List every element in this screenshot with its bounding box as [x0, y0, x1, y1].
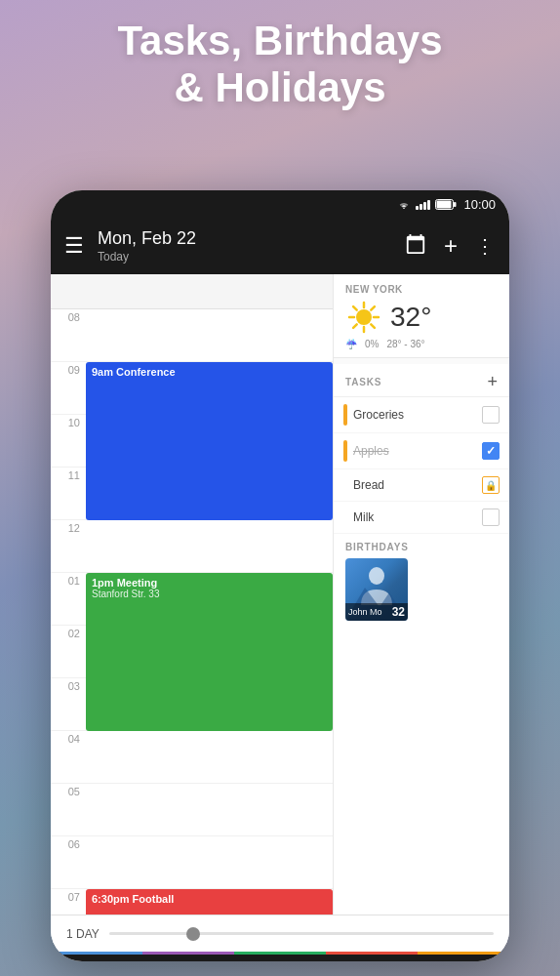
task-checkbox-milk[interactable]: [482, 508, 500, 526]
weather-temp-range: 28° - 36°: [386, 339, 424, 349]
main-content: 08 09 9am Conference 10: [51, 274, 509, 915]
birthdays-title: BIRTHDAYS: [345, 542, 498, 552]
toolbar-actions: + ⋮: [405, 232, 496, 260]
time-row-01: 01 1pm Meeting Stanford Str. 33: [51, 573, 333, 626]
task-name-apples: Apples: [353, 444, 476, 458]
event-conference[interactable]: 9am Conference: [86, 362, 333, 520]
task-name-milk: Milk: [353, 510, 476, 524]
toolbar: ☰ Mon, Feb 22 Today + ⋮: [51, 218, 509, 274]
svg-line-11: [371, 306, 375, 310]
more-options-icon[interactable]: ⋮: [475, 234, 496, 258]
weather-location: NEW YORK: [345, 284, 498, 295]
toolbar-today: Today: [98, 250, 405, 264]
bottom-tab-bar: Work Project Private Sports To-Do: [51, 952, 509, 961]
weather-sun-icon: [345, 299, 382, 336]
task-item-apples[interactable]: Apples ✓: [334, 433, 509, 469]
phone-frame: 10:00 ☰ Mon, Feb 22 Today + ⋮ 08: [51, 190, 509, 961]
weather-temperature: 32°: [390, 302, 431, 333]
tab-project[interactable]: Project: [142, 952, 234, 961]
hero-heading: Tasks, Birthdays & Holidays: [0, 18, 560, 112]
checkmark-icon: ✓: [486, 444, 496, 458]
task-item-groceries[interactable]: Groceries: [334, 397, 509, 433]
time-row-12: 12: [51, 520, 333, 573]
svg-point-4: [356, 309, 372, 325]
time-row-08: 08: [51, 309, 333, 362]
time-row-05: 05: [51, 784, 333, 836]
menu-icon[interactable]: ☰: [64, 233, 84, 259]
conference-title: 9am Conference: [92, 366, 327, 378]
day-label: 1 DAY: [66, 927, 100, 941]
task-checkbox-apples[interactable]: ✓: [482, 442, 500, 460]
right-panel: NEW YORK: [334, 274, 509, 915]
day-selector: 1 DAY: [51, 915, 509, 952]
task-item-bread[interactable]: Bread 🔒: [334, 469, 509, 502]
meeting-subtitle: Stanford Str. 33: [92, 589, 327, 599]
task-item-milk[interactable]: Milk: [334, 502, 509, 534]
calendar-panel: 08 09 9am Conference 10: [51, 274, 334, 915]
calendar-header-empty: [51, 274, 333, 309]
meeting-title: 1pm Meeting: [92, 577, 327, 589]
tab-private[interactable]: Private: [234, 952, 326, 961]
lock-icon: 🔒: [485, 480, 497, 491]
weather-details: ☔ 0% 28° - 36°: [345, 339, 498, 349]
time-row-04: 04: [51, 731, 333, 784]
task-checkbox-bread[interactable]: 🔒: [482, 476, 500, 494]
add-task-button[interactable]: +: [487, 372, 498, 392]
heading-line2: & Holidays: [29, 64, 531, 111]
weather-rain-icon: ☔: [345, 339, 357, 349]
tab-sports[interactable]: Sports: [326, 952, 418, 961]
calendar-icon[interactable]: [405, 233, 426, 260]
signal-icon: [416, 198, 430, 210]
svg-line-9: [353, 306, 357, 310]
day-slider-thumb[interactable]: [186, 927, 200, 941]
toolbar-title-area: Mon, Feb 22 Today: [98, 228, 405, 264]
event-football[interactable]: 6:30pm Football: [86, 889, 333, 915]
task-color-apples: [343, 440, 347, 462]
svg-line-12: [353, 324, 357, 328]
add-event-icon[interactable]: +: [444, 232, 458, 260]
weather-main: 32°: [345, 299, 498, 336]
clock: 10:00: [463, 197, 496, 212]
svg-rect-3: [454, 202, 457, 207]
birthdays-section: BIRTHDAYS: [334, 534, 509, 629]
battery-icon: [435, 199, 457, 210]
weather-rain-percent: 0%: [365, 339, 379, 349]
birthday-overlay: John Mo 32: [345, 603, 408, 621]
day-slider-track[interactable]: [109, 932, 494, 935]
svg-rect-2: [437, 200, 452, 208]
birthday-name: John Mo: [348, 607, 382, 617]
heading-line1: Tasks, Birthdays: [29, 18, 531, 64]
weather-section: NEW YORK: [334, 274, 509, 358]
birthday-card[interactable]: John Mo 32: [345, 558, 408, 621]
task-color-groceries: [343, 404, 347, 426]
toolbar-date: Mon, Feb 22: [98, 228, 405, 250]
birthday-age: 32: [392, 605, 405, 619]
time-grid: 08 09 9am Conference 10: [51, 309, 333, 915]
wifi-icon: [397, 199, 411, 209]
tasks-section: TASKS + Groceries Apples ✓: [334, 364, 509, 915]
svg-point-0: [404, 207, 406, 209]
task-checkbox-groceries[interactable]: [482, 406, 500, 424]
status-bar: 10:00: [51, 190, 509, 218]
football-title: 6:30pm Football: [92, 893, 327, 905]
task-name-bread: Bread: [353, 478, 476, 492]
tasks-title: TASKS: [345, 377, 381, 387]
time-row-07: 07 6:30pm Football: [51, 889, 333, 915]
event-meeting[interactable]: 1pm Meeting Stanford Str. 33: [86, 573, 333, 731]
time-row-09: 09 9am Conference: [51, 362, 333, 415]
svg-line-10: [371, 324, 375, 328]
task-name-groceries: Groceries: [353, 408, 476, 422]
tasks-header: TASKS +: [334, 364, 509, 397]
time-row-06: 06: [51, 836, 333, 889]
